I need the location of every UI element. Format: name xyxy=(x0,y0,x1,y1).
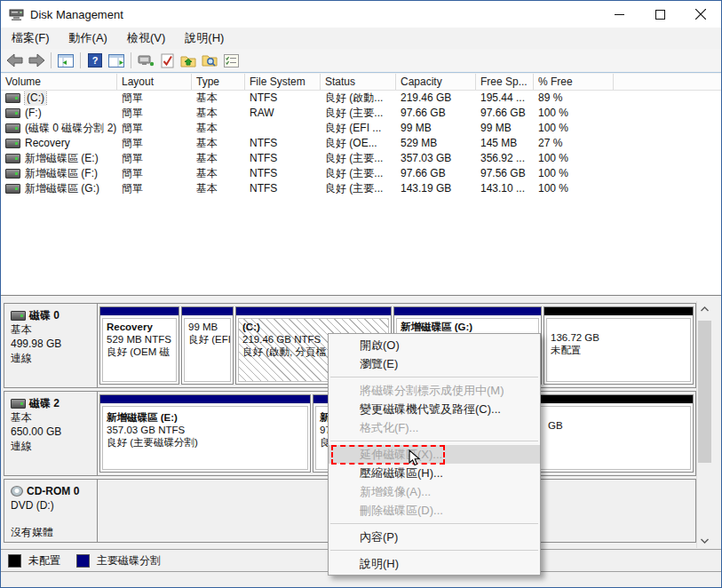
maximize-button[interactable] xyxy=(639,1,680,28)
vertical-scrollbar[interactable] xyxy=(696,301,712,548)
window-controls xyxy=(599,1,721,28)
capacity-cell: 97.66 GB xyxy=(396,106,476,121)
table-row-new-e[interactable]: 新增磁碟區 (E:) 簡單 基本 NTFS 良好 (主要... 357.03 G… xyxy=(1,151,721,166)
column-header-volume[interactable]: Volume xyxy=(1,74,117,90)
folder-search-icon[interactable] xyxy=(199,51,220,70)
column-header-filesystem[interactable]: File System xyxy=(245,74,321,90)
partition-status: 未配置 xyxy=(551,344,686,356)
column-header-status[interactable]: Status xyxy=(321,74,396,90)
minimize-button[interactable] xyxy=(599,1,639,28)
disk2-panel[interactable]: 磁碟 2 基本 650.00 GB 連線 xyxy=(4,392,98,475)
partition-recovery[interactable]: Recovery 529 MB NTFS 良好 (OEM 磁 xyxy=(99,306,179,385)
partition-size: 529 MB NTFS xyxy=(107,333,172,346)
partition-header xyxy=(394,307,541,317)
partition-size: 357.03 GB NTFS xyxy=(107,424,304,436)
free-space-cell: 97.66 GB xyxy=(476,106,534,121)
layout-cell: 簡單 xyxy=(117,181,192,196)
column-header-freespace[interactable]: Free Sp... xyxy=(476,74,534,90)
menu-item-open[interactable]: 開啟(O) xyxy=(329,336,540,354)
free-space-cell: 143.10 ... xyxy=(476,181,534,196)
action-pane-icon[interactable] xyxy=(106,51,127,70)
pct-free-cell: 100 % xyxy=(534,106,614,121)
free-space-cell: 97.56 GB xyxy=(476,166,534,181)
status-cell: 良好 (主要... xyxy=(321,151,396,166)
partition-e[interactable]: 新增磁碟區 (E:) 357.03 GB NTFS 良好 (主要磁碟分割) xyxy=(99,394,311,473)
free-space-cell: 195.44 ... xyxy=(476,91,534,106)
cd-rom-icon xyxy=(11,486,23,497)
status-cell: 良好 (啟動... xyxy=(321,91,396,106)
column-header-pctfree[interactable]: % Free xyxy=(534,74,614,90)
menu-item-shrink-volume[interactable]: 壓縮磁碟區(H)... xyxy=(329,464,540,482)
menu-file[interactable]: 檔案(F) xyxy=(3,28,59,49)
capacity-cell: 99 MB xyxy=(396,121,476,136)
menu-bar: 檔案(F) 動作(A) 檢視(V) 說明(H) xyxy=(1,28,721,49)
partition-header xyxy=(100,395,310,405)
disk0-panel[interactable]: 磁碟 0 基本 499.98 GB 連線 xyxy=(4,304,98,387)
partition-header xyxy=(182,307,233,317)
menu-item-add-mirror: 新增鏡像(A)... xyxy=(329,482,540,501)
menu-item-change-drive-letter[interactable]: 變更磁碟機代號及路徑(C)... xyxy=(329,400,540,418)
pct-free-cell: 100 % xyxy=(534,166,614,181)
table-row-f[interactable]: (F:) 簡單 基本 RAW 良好 (主要... 97.66 GB 97.66 … xyxy=(1,106,721,121)
cdrom-panel[interactable]: CD-ROM 0 DVD (D:) 沒有媒體 xyxy=(4,480,98,542)
cdrom-drive-letter: DVD (D:) xyxy=(11,498,97,513)
folder-up-icon[interactable] xyxy=(178,51,199,70)
mouse-cursor-icon xyxy=(409,449,423,467)
partition-header xyxy=(236,307,391,317)
console-tree-icon[interactable] xyxy=(55,51,76,70)
scroll-up-icon[interactable] xyxy=(697,301,712,316)
column-header-capacity[interactable]: Capacity xyxy=(396,74,476,90)
column-header-type[interactable]: Type xyxy=(192,74,245,90)
back-icon[interactable] xyxy=(4,51,26,70)
column-header-layout[interactable]: Layout xyxy=(117,74,192,90)
type-cell: 基本 xyxy=(192,151,245,166)
table-row-recovery[interactable]: Recovery 簡單 基本 NTFS 良好 (OE... 529 MB 145… xyxy=(1,136,721,151)
close-button[interactable] xyxy=(680,1,721,28)
volume-name: (F:) xyxy=(25,106,42,121)
layout-cell: 簡單 xyxy=(117,91,192,106)
table-row-new-g[interactable]: 新增磁碟區 (G:) 簡單 基本 NTFS 良好 (主要... 143.19 G… xyxy=(1,181,721,196)
scrollbar-thumb[interactable] xyxy=(698,321,711,463)
free-space-cell: 99 MB xyxy=(476,121,534,136)
disk-drive-icon xyxy=(5,154,20,163)
toolbar-separator xyxy=(131,52,131,68)
table-row-c[interactable]: (C:) 簡單 基本 NTFS 良好 (啟動... 219.46 GB 195.… xyxy=(1,91,721,106)
filesystem-cell: NTFS xyxy=(245,136,321,151)
task-list-icon[interactable] xyxy=(220,51,242,70)
menu-view[interactable]: 檢視(V) xyxy=(118,28,174,49)
menu-item-help[interactable]: 說明(H) xyxy=(329,554,540,573)
cdrom-name: CD-ROM 0 xyxy=(27,484,79,498)
partition-status: 良好 (EFI xyxy=(188,333,226,346)
disk0-type: 基本 xyxy=(11,322,97,337)
help-icon[interactable]: ? xyxy=(84,51,106,70)
partition-unallocated-disk0[interactable]: 136.72 GB 未配置 xyxy=(543,306,694,385)
volume-name: 新增磁碟區 (E:) xyxy=(25,151,99,166)
type-cell: 基本 xyxy=(192,136,245,151)
unallocated-swatch xyxy=(8,554,21,568)
menu-action[interactable]: 動作(A) xyxy=(60,28,116,49)
table-row-new-f[interactable]: 新增磁碟區 (F:) 簡單 基本 NTFS 良好 (主要... 97.66 GB… xyxy=(1,166,721,181)
legend-primary-label: 主要磁碟分割 xyxy=(97,553,161,568)
toolbar: ? xyxy=(1,49,721,73)
partition-efi[interactable]: 99 MB 良好 (EFI xyxy=(181,306,234,385)
menu-separator xyxy=(330,550,538,551)
monitor-icon[interactable] xyxy=(135,51,156,70)
menu-item-mark-active: 將磁碟分割標示成使用中(M) xyxy=(329,381,540,400)
capacity-cell: 97.66 GB xyxy=(396,166,476,181)
scroll-down-icon[interactable] xyxy=(697,533,712,548)
disk-management-window: Disk Management 檔案(F) 動作(A) 檢視(V) 說明(H) … xyxy=(0,0,722,588)
partition-size: 99 MB xyxy=(188,321,226,333)
table-row-disk0-part2[interactable]: (磁碟 0 磁碟分割 2) 簡單 基本 良好 (EFI ... 99 MB 99… xyxy=(1,121,721,136)
volume-name: 新增磁碟區 (G:) xyxy=(25,181,99,196)
pct-free-cell: 89 % xyxy=(534,91,614,106)
pct-free-cell: 27 % xyxy=(534,136,614,151)
check-document-icon[interactable] xyxy=(156,51,178,70)
forward-icon[interactable] xyxy=(26,51,47,70)
partition-label: 新增磁碟區 (E:) xyxy=(107,411,304,424)
menu-item-properties[interactable]: 內容(P) xyxy=(329,528,540,546)
volume-name: Recovery xyxy=(25,136,70,151)
disk2-status: 連線 xyxy=(11,439,97,453)
menu-help[interactable]: 說明(H) xyxy=(176,28,233,49)
menu-item-browse[interactable]: 瀏覽(E) xyxy=(329,354,540,373)
disk2-type: 基本 xyxy=(11,410,97,425)
